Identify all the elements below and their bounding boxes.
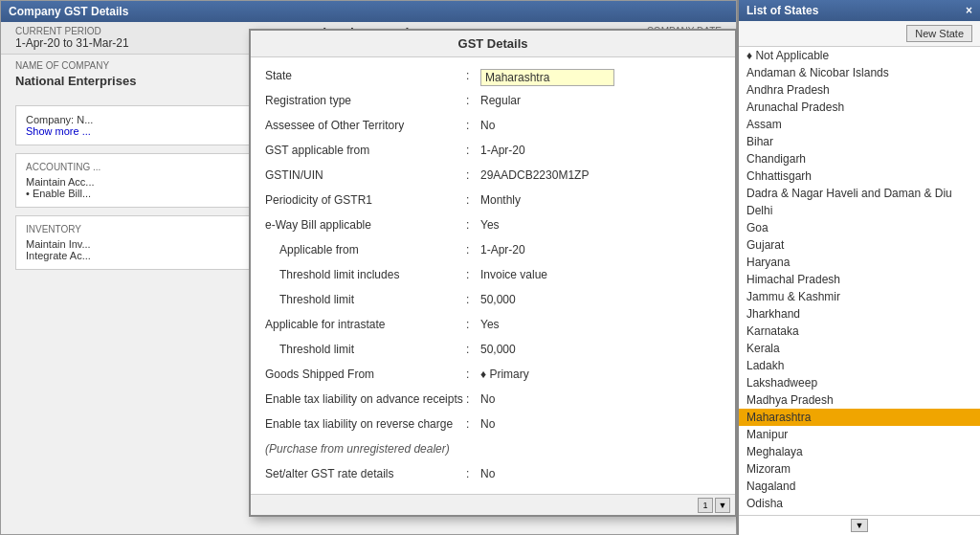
gst-rate-label: Set/alter GST rate details	[265, 465, 466, 480]
reverse-charge-sub-colon	[466, 440, 480, 442]
state-list-item[interactable]: Ladakh	[739, 357, 980, 374]
form-row-gstin: GSTIN/UIN : 29AADCB2230M1ZP	[265, 167, 721, 186]
periodicity-colon: :	[466, 191, 480, 207]
state-list-item[interactable]: Bihar	[739, 133, 980, 150]
threshold-intrastate-value: 50,000	[480, 341, 721, 356]
form-row-eway: e-Way Bill applicable : Yes	[265, 216, 721, 235]
state-list-item[interactable]: Lakshadweep	[739, 374, 980, 391]
assessee-value: No	[480, 117, 721, 132]
applicable-from-colon: :	[466, 241, 480, 256]
state-list-item[interactable]: Goa	[739, 219, 980, 236]
state-list-item[interactable]: Kerala	[739, 340, 980, 357]
reverse-charge-colon: :	[466, 415, 480, 431]
state-list-item[interactable]: Karnataka	[739, 323, 980, 340]
state-list-item[interactable]: Chhattisgarh	[739, 167, 980, 185]
reverse-charge-sub-label: (Purchase from unregistered dealer)	[265, 440, 466, 456]
goods-shipped-colon: :	[466, 366, 480, 381]
threshold-intrastate-colon: :	[466, 341, 480, 356]
threshold-includes-value: Invoice value	[480, 266, 721, 281]
current-period-block: CURRENT PERIOD 1-Apr-20 to 31-Mar-21	[15, 26, 129, 50]
form-row-state: State :	[265, 67, 721, 86]
state-value	[480, 67, 721, 86]
states-scroll-down-arrow[interactable]: ▼	[851, 519, 868, 532]
form-row-periodicity: Periodicity of GSTR1 : Monthly	[265, 191, 721, 211]
threshold-includes-label: Threshold limit includes	[265, 266, 466, 281]
advance-receipts-colon: :	[466, 390, 480, 406]
new-state-button[interactable]: New State	[906, 25, 972, 42]
current-period-label: CURRENT PERIOD	[15, 26, 129, 36]
gstin-value: 29AADCB2230M1ZP	[480, 167, 721, 182]
gst-rate-colon: :	[466, 465, 480, 480]
state-list-item[interactable]: Jharkhand	[739, 305, 980, 323]
threshold-intrastate-label: Threshold limit	[265, 341, 466, 356]
periodicity-label: Periodicity of GSTR1	[265, 191, 466, 207]
state-list-item[interactable]: Assam	[739, 116, 980, 133]
form-row-applicable-from: Applicable from : 1-Apr-20	[265, 241, 721, 260]
state-list-item[interactable]: Delhi	[739, 202, 980, 219]
form-row-gst-from: GST applicable from : 1-Apr-20	[265, 142, 721, 161]
state-list-item[interactable]: Andhra Pradesh	[739, 81, 980, 99]
modal-footer: 1 ▼	[251, 494, 735, 515]
state-list-item[interactable]: Dadra & Nagar Haveli and Daman & Diu	[739, 185, 980, 202]
state-list-item[interactable]: ♦ Not Applicable	[739, 47, 980, 64]
applicable-from-value: 1-Apr-20	[480, 241, 721, 256]
modal-scroll-up-btn[interactable]: 1	[698, 498, 713, 513]
applicable-from-label: Applicable from	[265, 241, 466, 256]
eway-label: e-Way Bill applicable	[265, 216, 466, 232]
state-list-item[interactable]: Maharashtra	[739, 409, 980, 426]
gst-from-value: 1-Apr-20	[480, 142, 721, 157]
threshold-limit-value: 50,000	[480, 291, 721, 306]
applicable-intrastate-colon: :	[466, 316, 480, 331]
state-list-item[interactable]: Arunachal Pradesh	[739, 99, 980, 116]
state-list-item[interactable]: Nagaland	[739, 478, 980, 495]
states-new-btn-area: New State	[739, 21, 980, 47]
form-row-goods-shipped: Goods Shipped From : ♦ Primary	[265, 366, 721, 385]
periodicity-value: Monthly	[480, 191, 721, 207]
threshold-includes-colon: :	[466, 266, 480, 281]
advance-receipts-label: Enable tax liability on advance receipts	[265, 390, 466, 406]
current-period-value: 1-Apr-20 to 31-Mar-21	[15, 36, 129, 50]
form-row-applicable-intrastate: Applicable for intrastate : Yes	[265, 316, 721, 335]
state-list-item[interactable]: Andaman & Nicobar Islands	[739, 64, 980, 81]
state-list-item[interactable]: Jammu & Kashmir	[739, 288, 980, 305]
form-row-reverse-charge-sub: (Purchase from unregistered dealer)	[265, 440, 721, 459]
assessee-colon: :	[466, 117, 480, 132]
applicable-intrastate-label: Applicable for intrastate	[265, 316, 466, 331]
state-list-item[interactable]: Chandigarh	[739, 150, 980, 167]
state-list-item[interactable]: Himachal Pradesh	[739, 271, 980, 288]
advance-receipts-value: No	[480, 390, 721, 406]
modal-content: State : Registration type : Regular Asse…	[251, 57, 735, 494]
state-input[interactable]	[480, 69, 614, 86]
eway-colon: :	[466, 216, 480, 232]
reg-type-value: Regular	[480, 92, 721, 107]
form-row-threshold-includes: Threshold limit includes : Invoice value	[265, 266, 721, 285]
modal-scroll-down-btn[interactable]: ▼	[715, 498, 730, 513]
goods-shipped-label: Goods Shipped From	[265, 366, 466, 381]
threshold-limit-colon: :	[466, 291, 480, 306]
form-row-threshold-intrastate: Threshold limit : 50,000	[265, 341, 721, 360]
state-list-item[interactable]: Madhya Pradesh	[739, 391, 980, 409]
states-title-bar: List of States ×	[739, 0, 980, 21]
reverse-charge-value: No	[480, 415, 721, 431]
threshold-limit-label: Threshold limit	[265, 291, 466, 306]
state-list-item[interactable]: Meghalaya	[739, 443, 980, 460]
state-label: State	[265, 67, 466, 82]
state-list-item[interactable]: Gujarat	[739, 236, 980, 254]
reverse-charge-label: Enable tax liability on reverse charge	[265, 415, 466, 431]
state-list-item[interactable]: Odisha	[739, 495, 980, 512]
state-list-item[interactable]: Manipur	[739, 426, 980, 443]
gst-from-colon: :	[466, 142, 480, 157]
states-list: ♦ Not ApplicableAndaman & Nicobar Island…	[739, 47, 980, 515]
states-panel: List of States × New State ♦ Not Applica…	[737, 0, 980, 535]
form-row-assessee: Assessee of Other Territory : No	[265, 117, 721, 136]
states-close-btn[interactable]: ×	[966, 4, 972, 17]
form-row-reverse-charge: Enable tax liability on reverse charge :…	[265, 415, 721, 435]
bg-title: Company GST Details	[9, 5, 128, 18]
state-list-item[interactable]: Haryana	[739, 254, 980, 271]
gstin-label: GSTIN/UIN	[265, 167, 466, 182]
form-row-threshold-limit: Threshold limit : 50,000	[265, 291, 721, 310]
states-scrollbar: ▼	[739, 515, 980, 535]
state-list-item[interactable]: Mizoram	[739, 460, 980, 478]
state-colon: :	[466, 67, 480, 82]
assessee-label: Assessee of Other Territory	[265, 117, 466, 132]
